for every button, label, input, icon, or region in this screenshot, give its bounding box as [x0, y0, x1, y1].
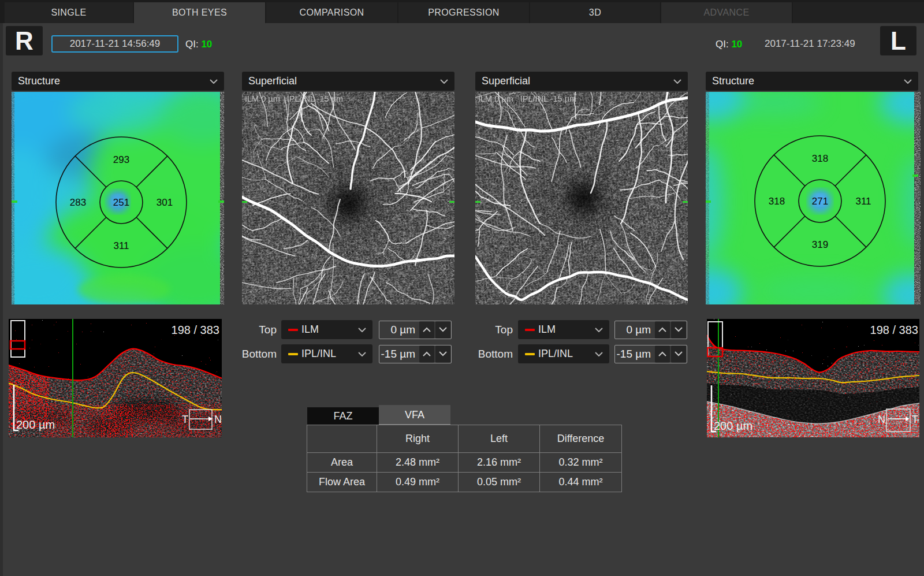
svg-text:318: 318 [769, 196, 785, 207]
svg-text:311: 311 [855, 196, 871, 207]
svg-text:293: 293 [113, 154, 129, 165]
svg-text:311: 311 [113, 240, 129, 251]
svg-text:318: 318 [812, 153, 828, 164]
svg-text:198 / 383: 198 / 383 [870, 324, 918, 336]
svg-text:T: T [912, 414, 918, 425]
svg-text:301: 301 [157, 197, 173, 208]
svg-text:ILM 0 µm IPL/INL -15 µm: ILM 0 µm IPL/INL -15 µm [478, 94, 576, 103]
svg-text:251: 251 [113, 197, 129, 208]
svg-text:200 µm: 200 µm [714, 419, 752, 432]
svg-text:319: 319 [812, 239, 828, 250]
svg-text:283: 283 [70, 197, 86, 208]
svg-text:N: N [878, 414, 885, 425]
svg-text:ILM 0 µm IPL/INL -15 µm: ILM 0 µm IPL/INL -15 µm [245, 94, 343, 103]
svg-text:N: N [214, 414, 222, 425]
svg-text:271: 271 [812, 196, 828, 207]
svg-text:198 / 383: 198 / 383 [172, 324, 219, 336]
svg-text:T: T [182, 414, 188, 425]
svg-text:200 µm: 200 µm [16, 418, 55, 431]
